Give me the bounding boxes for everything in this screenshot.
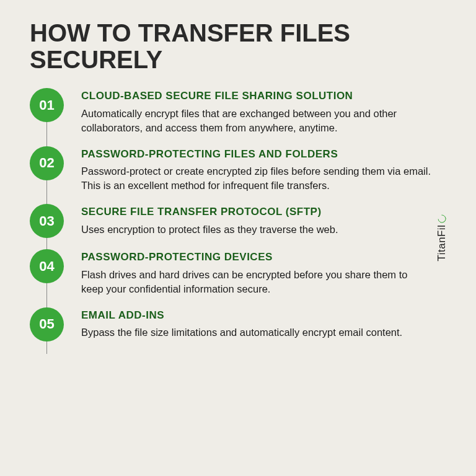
page-container: HOW TO TRANSFER FILES SECURELY 01 CLOUD-…: [0, 0, 476, 365]
page-title: HOW TO TRANSFER FILES SECURELY: [30, 20, 431, 73]
item-heading: SECURE FILE TRANSFER PROTOCOL (SFTP): [81, 205, 431, 218]
item-heading: CLOUD-BASED SECURE FILE SHARING SOLUTION: [81, 89, 431, 102]
item-heading: PASSWORD-PROTECTING FILES AND FOLDERS: [81, 148, 431, 161]
item-body: Uses encryption to protect files as they…: [81, 223, 431, 237]
item-body: Password-protect or create encrypted zip…: [81, 164, 431, 193]
list-item: 04 PASSWORD-PROTECTING DEVICES Flash dri…: [47, 249, 431, 296]
item-heading: PASSWORD-PROTECTING DEVICES: [81, 250, 431, 263]
item-content: PASSWORD-PROTECTING FILES AND FOLDERS Pa…: [64, 146, 431, 193]
step-number-badge: 04: [30, 249, 64, 283]
swirl-icon: [436, 213, 447, 224]
step-number-badge: 03: [30, 204, 64, 238]
list-item: 03 SECURE FILE TRANSFER PROTOCOL (SFTP) …: [47, 204, 431, 238]
brand-watermark: TitanFil: [435, 214, 447, 261]
item-heading: EMAIL ADD-INS: [81, 309, 431, 322]
brand-label: TitanFil: [435, 224, 447, 261]
step-number-badge: 02: [30, 146, 64, 180]
list-item: 05 EMAIL ADD-INS Bypass the file size li…: [47, 307, 431, 342]
item-content: EMAIL ADD-INS Bypass the file size limit…: [64, 307, 431, 340]
item-content: SECURE FILE TRANSFER PROTOCOL (SFTP) Use…: [64, 204, 431, 236]
step-number-badge: 05: [30, 307, 64, 342]
item-body: Automatically encrypt files that are exc…: [81, 107, 431, 135]
item-body: Bypass the file size limitations and aut…: [81, 325, 431, 340]
list-item: 02 PASSWORD-PROTECTING FILES AND FOLDERS…: [47, 146, 431, 193]
timeline: 01 CLOUD-BASED SECURE FILE SHARING SOLUT…: [30, 88, 431, 341]
item-content: CLOUD-BASED SECURE FILE SHARING SOLUTION…: [64, 88, 431, 134]
list-item: 01 CLOUD-BASED SECURE FILE SHARING SOLUT…: [47, 88, 431, 134]
step-number-badge: 01: [30, 88, 64, 122]
item-body: Flash drives and hard drives can be encr…: [81, 268, 431, 296]
item-content: PASSWORD-PROTECTING DEVICES Flash drives…: [64, 249, 431, 296]
